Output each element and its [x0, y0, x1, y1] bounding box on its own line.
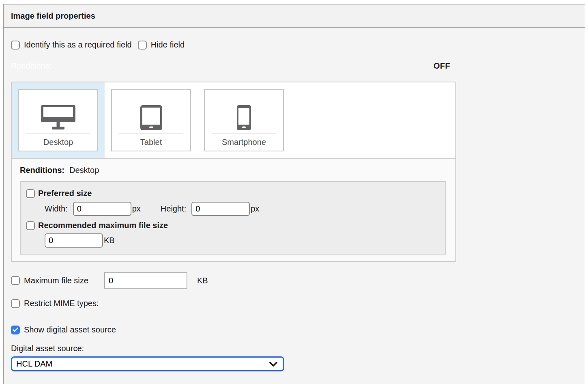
- top-checkbox-row: Identify this as a required field Hide f…: [11, 40, 585, 50]
- smartphone-icon: [237, 90, 251, 131]
- max-file-size-row: Maximum file size KB: [11, 272, 585, 289]
- recommended-max-row: Recommended maximum file size: [26, 221, 445, 230]
- recommended-max-value-row: KB: [45, 233, 445, 248]
- device-cell-desktop: Desktop: [12, 82, 105, 158]
- device-card-tablet[interactable]: Tablet: [111, 89, 191, 151]
- restrict-mime-row: Restrict MIME types:: [11, 299, 585, 308]
- device-card-smartphone[interactable]: Smartphone: [204, 89, 284, 151]
- renditions-panel: Desktop Tablet: [11, 82, 456, 262]
- max-file-size-checkbox[interactable]: [11, 276, 20, 285]
- required-field-checkbox[interactable]: [11, 41, 20, 50]
- tablet-icon: [140, 90, 162, 131]
- device-label-smartphone: Smartphone: [222, 134, 266, 151]
- width-height-row: Width: px Height: px: [45, 202, 445, 216]
- panel-content: Identify this as a required field Hide f…: [4, 28, 585, 371]
- max-file-size-label: Maximum file size: [24, 276, 88, 285]
- device-label-tablet: Tablet: [140, 134, 162, 151]
- recommended-max-unit: KB: [104, 236, 115, 245]
- width-input[interactable]: [73, 202, 131, 216]
- device-card-desktop[interactable]: Desktop: [18, 89, 98, 151]
- image-field-properties-panel: Image field properties Identify this as …: [3, 4, 585, 384]
- device-cards-row: Desktop Tablet: [12, 82, 455, 158]
- rendition-detail-title: Renditions:Desktop: [20, 166, 446, 175]
- detail-title-value: Desktop: [69, 166, 99, 175]
- renditions-ghost-label: Renditions:: [11, 61, 52, 71]
- hide-field-checkbox[interactable]: [138, 41, 147, 50]
- chevron-down-icon: [269, 362, 277, 367]
- desktop-icon: [41, 90, 75, 131]
- device-label-desktop: Desktop: [43, 134, 73, 151]
- renditions-toggle[interactable]: OFF: [433, 61, 450, 71]
- restrict-mime-label: Restrict MIME types:: [24, 299, 99, 308]
- digital-asset-source-label: Digital asset source:: [11, 344, 585, 353]
- preferred-size-label: Preferred size: [38, 189, 92, 198]
- recommended-max-checkbox[interactable]: [26, 221, 35, 230]
- show-digital-asset-checkbox[interactable]: [11, 326, 20, 334]
- digital-asset-source-select[interactable]: HCL DAM: [11, 356, 284, 371]
- panel-title: Image field properties: [4, 4, 585, 28]
- restrict-mime-checkbox[interactable]: [11, 299, 20, 308]
- height-input[interactable]: [191, 202, 250, 216]
- renditions-header-row: Renditions: OFF: [11, 60, 456, 71]
- show-digital-asset-label: Show digital asset source: [24, 325, 116, 334]
- height-unit: px: [251, 204, 259, 214]
- hide-field-label: Hide field: [151, 40, 185, 50]
- required-field-label: Identify this as a required field: [24, 40, 132, 50]
- width-unit: px: [132, 204, 141, 214]
- recommended-max-input[interactable]: [45, 233, 103, 248]
- check-icon: [13, 328, 18, 332]
- recommended-max-label: Recommended maximum file size: [38, 221, 168, 230]
- width-label: Width:: [45, 204, 68, 214]
- selected-option-text: HCL DAM: [16, 359, 269, 369]
- preferred-size-row: Preferred size: [26, 189, 445, 198]
- device-cell-smartphone: Smartphone: [197, 82, 290, 158]
- show-digital-asset-row: Show digital asset source: [11, 325, 585, 334]
- max-file-size-input[interactable]: [104, 272, 187, 289]
- max-file-size-unit: KB: [197, 276, 208, 285]
- height-label: Height:: [161, 204, 186, 214]
- device-cell-tablet: Tablet: [105, 82, 197, 158]
- rendition-detail-section: Renditions:Desktop Preferred size Width:…: [12, 158, 455, 261]
- preferred-size-checkbox[interactable]: [26, 189, 35, 198]
- detail-title-label: Renditions:: [20, 166, 64, 175]
- rendition-size-inset: Preferred size Width: px Height: px: [20, 181, 446, 255]
